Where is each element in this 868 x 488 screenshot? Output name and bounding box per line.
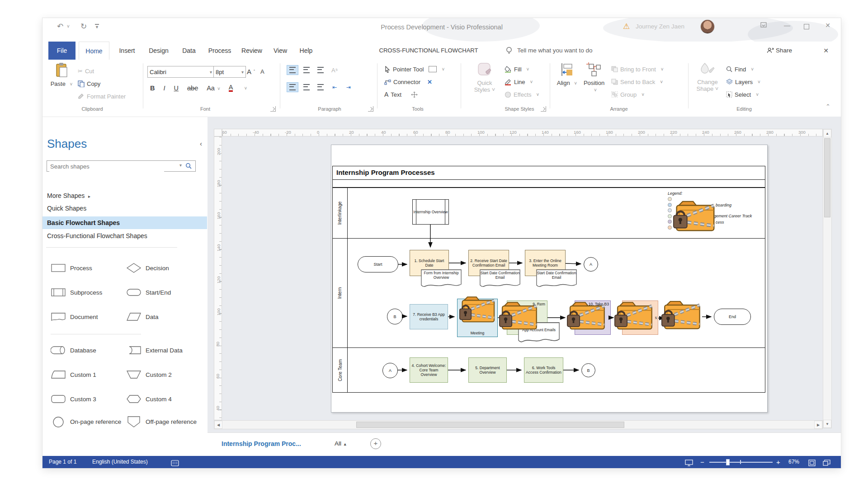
stencil-basic-flowchart[interactable]: Basic Flowchart Shapes — [42, 216, 207, 229]
paragraph-dialog-launcher[interactable] — [368, 106, 373, 112]
tab-file[interactable]: File — [48, 42, 75, 60]
stencil-shape-custom3[interactable]: Custom 3 — [51, 394, 96, 404]
page-info[interactable]: Page 1 of 1 — [49, 456, 76, 468]
text-direction-button[interactable]: A⁵ — [329, 65, 340, 75]
zoom-out-button[interactable]: − — [700, 456, 704, 468]
shape-document-3[interactable]: Start Date Confirmation Email — [536, 269, 577, 288]
zoom-slider-thumb[interactable] — [726, 459, 730, 465]
zoom-in-button[interactable]: + — [776, 456, 780, 468]
collapse-panel-icon[interactable]: ‹ — [200, 140, 202, 147]
all-pages-dropdown[interactable]: All ▲ — [335, 440, 347, 447]
stencil-shape-document[interactable]: Document — [51, 311, 98, 322]
zoom-level[interactable]: 67% — [788, 456, 799, 468]
tab-data[interactable]: Data — [176, 42, 202, 60]
locked-folder-icon[interactable] — [459, 293, 496, 327]
shrink-font-button[interactable]: A — [260, 66, 264, 76]
font-color-dropdown-icon[interactable]: ˅ — [244, 86, 247, 91]
font-color-button[interactable]: A — [229, 84, 233, 92]
warning-icon[interactable]: ⚠ — [623, 22, 630, 31]
close-drawing-icon[interactable]: ✕ — [818, 42, 834, 60]
tab-insert[interactable]: Insert — [113, 42, 141, 60]
horizontal-scrollbar[interactable]: ◀ ▶ — [214, 420, 823, 429]
change-case-button[interactable]: Aa˅ — [207, 84, 220, 92]
share-button[interactable]: Share — [767, 42, 792, 60]
strikethrough-button[interactable]: abe — [187, 84, 198, 92]
connector-x-icon[interactable]: ✕ — [427, 79, 432, 85]
underline-button[interactable]: U — [174, 84, 179, 92]
minimize-button[interactable]: — — [781, 22, 793, 29]
locked-folder-icon[interactable] — [661, 294, 702, 337]
avatar[interactable] — [701, 20, 714, 33]
vertical-scrollbar[interactable]: ▲ ▼ — [823, 129, 832, 428]
align-left-button[interactable] — [287, 82, 298, 92]
shape-styles-dialog-launcher[interactable] — [541, 106, 546, 112]
stencil-shape-custom2[interactable]: Custom 2 — [126, 369, 172, 380]
align-top-button[interactable] — [287, 65, 298, 75]
vertical-scroll-thumb[interactable] — [824, 138, 830, 217]
increase-indent-button[interactable]: ⇥ — [343, 82, 354, 92]
fit-page-icon[interactable] — [808, 459, 816, 471]
search-icon[interactable] — [185, 163, 192, 171]
page-tab-internship-program[interactable]: Internship Program Proc... — [222, 440, 301, 448]
align-middle-button[interactable] — [301, 65, 312, 75]
select-button[interactable]: Select˅ — [726, 89, 759, 99]
pointer-tool-button[interactable]: Pointer Tool ˅ — [384, 64, 444, 74]
layers-button[interactable]: Layers˅ — [726, 77, 760, 87]
tab-home[interactable]: Home — [79, 42, 109, 60]
stenc il-shape-external-data[interactable]: External Data — [126, 345, 183, 356]
font-family-combo[interactable]: Calibri▾ — [147, 66, 214, 78]
drawing-page[interactable]: Internship Program Processes Interlinkag… — [331, 145, 768, 413]
account-name[interactable]: Journey Zen Jaen — [636, 23, 684, 30]
tab-design[interactable]: Design — [144, 42, 174, 60]
scroll-right-icon[interactable]: ▶ — [814, 421, 822, 429]
line-button[interactable]: Line˅ — [505, 77, 533, 87]
locked-folder-icon[interactable] — [614, 296, 654, 337]
tell-me-box[interactable]: Tell me what you want to do — [517, 42, 593, 60]
macro-recording-icon[interactable] — [171, 459, 179, 471]
font-size-combo[interactable]: 8pt▾ — [213, 66, 246, 78]
more-shapes-item[interactable]: More Shapes ▸ — [47, 192, 90, 199]
stencil-shape-off-page-reference[interactable]: Off-page reference — [126, 415, 197, 429]
group-button[interactable]: Group˅ — [611, 89, 644, 99]
find-button[interactable]: Find˅ — [726, 64, 754, 74]
align-button[interactable]: Align ˅ — [556, 62, 578, 87]
stencil-shape-database[interactable]: Database — [51, 345, 96, 356]
search-shapes-input[interactable] — [49, 161, 164, 172]
shape-document-2[interactable]: Start Date Confirmation Email — [480, 269, 520, 288]
tab-help[interactable]: Help — [295, 42, 317, 60]
tab-review[interactable]: Review — [238, 42, 266, 60]
ribbon-display-options-icon[interactable] — [758, 22, 769, 29]
cut-button[interactable]: ✂Cut — [78, 66, 94, 76]
search-dropdown-icon[interactable]: ▾ — [179, 163, 182, 168]
switch-windows-icon[interactable] — [823, 459, 830, 471]
grow-font-button[interactable]: Aˆ — [247, 66, 255, 76]
close-button[interactable]: ✕ — [822, 22, 834, 29]
stencil-shape-custom4[interactable]: Custom 4 — [126, 394, 172, 404]
change-shape-button[interactable]: ChangeShape ˅ — [693, 62, 722, 92]
stencil-shape-decision[interactable]: Decision — [126, 263, 169, 273]
restore-button[interactable] — [804, 24, 809, 29]
align-center-button[interactable] — [301, 82, 312, 92]
scroll-left-icon[interactable]: ◀ — [214, 421, 222, 429]
effects-button[interactable]: Effects˅ — [505, 89, 539, 99]
locked-folder-icon[interactable] — [673, 200, 717, 234]
stencil-shape-subprocess[interactable]: Subprocess — [51, 287, 102, 298]
collapse-ribbon-icon[interactable]: ⌃ — [826, 103, 830, 110]
justify-button[interactable] — [315, 82, 326, 92]
tab-cross-functional-flowchart[interactable]: CROSS-FUNCTIONAL FLOWCHART — [370, 42, 487, 60]
shape-preview-box[interactable] — [429, 66, 437, 72]
bring-to-front-button[interactable]: Bring to Front˅ — [611, 64, 664, 74]
connector-tool-button[interactable]: Connector ✕ — [384, 77, 432, 87]
bold-button[interactable]: B — [150, 84, 155, 92]
bullets-button[interactable] — [315, 65, 326, 75]
position-button[interactable]: Position ˅ — [581, 62, 607, 94]
copy-button[interactable]: Copy — [78, 79, 100, 89]
quick-shapes-item[interactable]: Quick Shapes — [47, 205, 86, 212]
text-tool-button[interactable]: AText — [384, 89, 418, 99]
tab-view[interactable]: View — [269, 42, 292, 60]
presentation-mode-icon[interactable] — [685, 459, 693, 471]
fill-button[interactable]: Fill˅ — [505, 64, 529, 74]
stencil-cross-functional[interactable]: Cross-Functional Flowchart Shapes — [47, 232, 147, 239]
language-status[interactable]: English (United States) — [92, 456, 148, 468]
format-painter-button[interactable]: Format Painter — [78, 91, 126, 101]
